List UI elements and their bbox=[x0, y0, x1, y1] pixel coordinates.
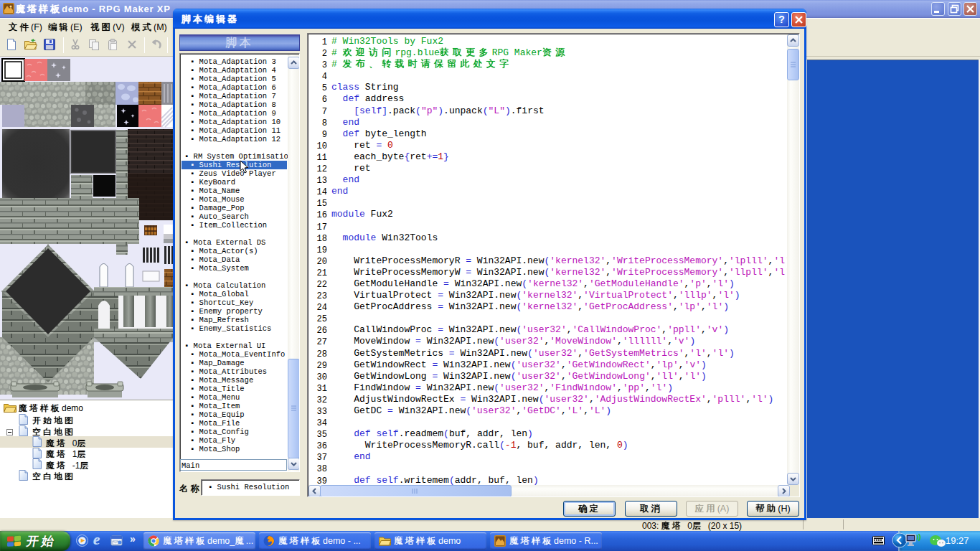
svg-text:?: ? bbox=[778, 14, 785, 25]
